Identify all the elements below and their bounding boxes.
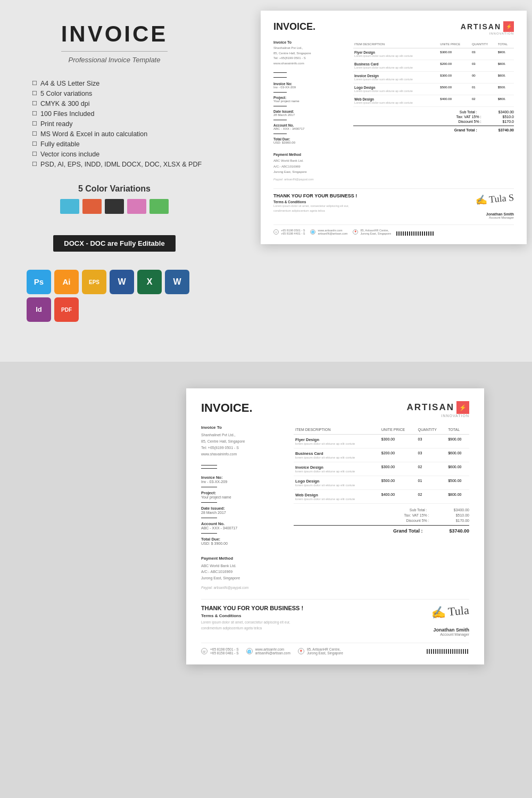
item2-price: $400.00 [380, 490, 417, 504]
swatch-orange [82, 199, 102, 214]
tax-value: $510.0 [503, 115, 514, 119]
short-line-3 [273, 92, 287, 93]
terms2-label: Terms & Conditions [201, 613, 307, 618]
date-value: 28 March 2017 [273, 113, 348, 117]
col2-price: UNITE PRICE [380, 425, 417, 435]
sig2-scribble: ✍ Tula [430, 603, 470, 620]
sig2-section: ✍ Tula Jonathan Smith Account Manager [431, 605, 469, 636]
docx-badge-container: DOCX - DOC are Fully Editable [27, 225, 202, 262]
inv2-grand-label: Grand Total : [393, 528, 422, 534]
web-info: www.artisanhr.comartisanIN@artisan.com [318, 229, 347, 235]
item2-qty: 03 [417, 448, 447, 462]
ai-icon: Ai [54, 270, 79, 294]
subtotal-row: Sub Total : $3400.00 [353, 110, 514, 114]
inv2-subtotal-label: Sub Total : [410, 508, 427, 512]
docx-badge: DOCX - DOC are Fully Editable [53, 235, 175, 252]
table-row: Web DesignLorem ipsum dolor sum ektune a… [353, 95, 514, 107]
total-value: USD: $3900.00 [273, 141, 348, 144]
account-field: Account No. ABC - XXX - 3400717 [273, 123, 348, 130]
inv2-line-3 [201, 518, 217, 518]
invoice2-left: Invoice To Shanhalinet Pvt Ltd.,85, Cent… [201, 425, 286, 589]
indesign-icon: Id [27, 297, 51, 322]
table-row: Web Designlorem ipsum dolor sit ektune a… [294, 490, 469, 504]
phone2-icon: ☏ [201, 648, 207, 654]
inv2-line-2 [201, 502, 217, 503]
invoice2-title: INVOICE. [201, 401, 253, 415]
invoice2-footer: THANK YOU FOR YOUR BUSINESS ! Terms & Co… [201, 599, 469, 655]
inv2-line [201, 487, 217, 487]
account-label: Account No. [273, 123, 348, 127]
project-value: Your project name [273, 99, 348, 103]
table-row: Invoice DesignLorem ipsum dolor sum ektu… [353, 72, 514, 84]
feature-4: 100 Files Included [32, 110, 202, 118]
contact2-phone: ☏ +65 8198 0501 - S+65 8158 0481 - S [201, 647, 239, 655]
feature-3: CMYK & 300 dpi [32, 100, 202, 107]
brand2-name: ARTISAN [406, 402, 454, 413]
item2-total: $500.00 [446, 476, 469, 490]
swatch-pink [127, 199, 146, 214]
item2-name-cell: Logo Designlorem ipsum dolor sit ektune … [294, 476, 380, 490]
short-line-6 [273, 134, 287, 134]
inv2-project-value: Your project name [201, 495, 286, 499]
col-qty: QUANTITY [471, 40, 497, 48]
table-row: Flyer DesignLorem ipsum dolor sum ektune… [353, 48, 514, 60]
item2-name-cell: Flyer Designlorem ipsum dolor sit ektune… [294, 435, 380, 448]
terms-label: Terms & Conditions [273, 200, 359, 204]
feature-7: Fully editable [32, 140, 202, 148]
item2-qty: 03 [417, 435, 447, 448]
feature-2: 5 Color variations [32, 90, 202, 97]
brand2-sub: INNOVATION [406, 414, 469, 418]
brand-logo: ARTISAN ⚡ [461, 21, 514, 32]
item2-qty: 01 [417, 476, 447, 490]
item2-qty: 02 [417, 462, 447, 476]
footer-contacts: ☏ +65 8198 0501 - S+65 8198 4401 - S 🌐 w… [273, 225, 514, 236]
invoice-footer: THANK YOU FOR YOUR BUSINESS ! Terms & Co… [273, 188, 514, 236]
invoice-to-label: Invoice To [273, 40, 348, 44]
signature-scribble: ✍ Tula S [475, 192, 514, 206]
feature-8: Vector icons include [32, 151, 202, 158]
ps-icon: Ps [27, 270, 51, 294]
eps-icon: EPS [82, 270, 106, 294]
inv2-total-value: USD: $ 3900.00 [201, 542, 286, 545]
total-field: Total Due: USD: $3900.00 [273, 137, 348, 144]
item-qty-cell: 01 [471, 84, 497, 95]
inv2-grand-row: Grand Total : $3740.00 [294, 525, 469, 534]
left-panel: INVOICE Professional Invoice Template A4… [0, 0, 229, 346]
title-divider [61, 51, 168, 52]
web2-icon: 🌐 [246, 648, 253, 654]
color-section-title: 5 Color Variations [27, 184, 202, 194]
table-row: Logo Designlorem ipsum dolor sit ektune … [294, 476, 469, 490]
swatch-green [149, 199, 169, 214]
invoice-body: Invoice To Shanhalinet Pvt Ltd., 85, Cen… [273, 40, 514, 181]
excel-icon: X [137, 270, 162, 294]
item-total-cell: $800. [497, 95, 514, 107]
short-line-5 [273, 120, 287, 120]
inv2-subtotal-value: $3400.00 [454, 508, 469, 512]
discount-label: Discount 5% : [458, 120, 481, 123]
inv2-discount-row: Discount 5% : $170.00 [294, 519, 469, 522]
item-qty-cell: 02 [471, 95, 497, 107]
project-label: Project: [273, 96, 348, 99]
short-line-2 [273, 77, 287, 78]
item2-qty: 02 [417, 490, 447, 504]
item-total-cell: $600. [497, 72, 514, 84]
invoice2-to-label: Invoice To [201, 425, 286, 430]
brand-icon: ⚡ [503, 21, 514, 32]
item2-price: $200.00 [380, 448, 417, 462]
inv2-no-field: Invoice No: Inv - 03-XX-209 [201, 475, 286, 484]
item-qty-cell: 03 [471, 48, 497, 60]
address2-icon: 📍 [298, 648, 304, 654]
inv2-payment-label: Payment Method [201, 556, 286, 561]
item-name-cell: Logo DesignLorem ipsum dolor sum ektune … [353, 84, 439, 95]
web-icon: 🌐 [310, 229, 315, 235]
sig2-name: Jonathan Smith [431, 627, 469, 633]
project-field: Project: Your project name [273, 96, 348, 103]
footer2-contacts: ☏ +65 8198 0501 - S+65 8158 0481 - S 🌐 w… [201, 643, 469, 655]
invoice2-right: ITEM DESCRIPTION UNITE PRICE QUANTITY TO… [294, 425, 469, 589]
item-name-cell: Business CardLorem ipsum dolor sum ektun… [353, 60, 439, 72]
inv2-total-field: Total Due: USD: $ 3900.00 [201, 537, 286, 545]
inv2-no-label: Invoice No: [201, 475, 286, 480]
thank-you-section: THANK YOU FOR YOUR BUSINESS ! Terms & Co… [273, 193, 359, 213]
inv2-tax-row: Tax: VAT 15% : $510.00 [294, 513, 469, 517]
sig-title: Account Manager [475, 216, 514, 219]
